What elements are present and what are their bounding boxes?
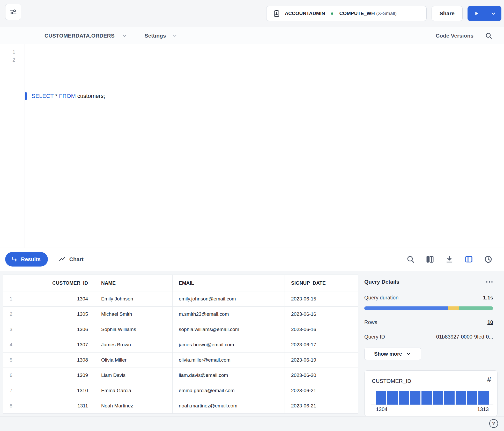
table-row[interactable]: 51308Olivia Millerolivia.miller@email.co…	[3, 353, 358, 368]
search-results-icon[interactable]	[406, 255, 415, 264]
column-header[interactable]: CUSTOMER_ID	[19, 275, 95, 291]
results-toolbar: Results Chart	[0, 248, 504, 271]
worksheet-config-button[interactable]	[5, 4, 21, 20]
table-cell[interactable]: Sophia Williams	[95, 322, 173, 337]
table-cell[interactable]: 2023-06-21	[285, 383, 358, 398]
table-row[interactable]: 81311Noah Martineznoah.martinez@email.co…	[3, 398, 358, 414]
table-cell[interactable]: 2023-06-19	[285, 353, 358, 368]
table-cell[interactable]: 2023-06-15	[285, 291, 358, 307]
table-cell[interactable]: 1307	[19, 337, 95, 353]
chart-line-icon	[59, 256, 65, 263]
table-row[interactable]: 71310Emma Garciaemma.garcia@email.com202…	[3, 383, 358, 398]
row-number-cell[interactable]: 4	[3, 337, 19, 353]
table-cell[interactable]: emily.johnson@email.com	[173, 291, 285, 307]
histogram-bar[interactable]	[410, 391, 420, 405]
table-row[interactable]: 61309Liam Davisliam.davis@email.com2023-…	[3, 368, 358, 383]
row-number-cell[interactable]: 2	[3, 307, 19, 322]
row-number-header	[3, 275, 19, 291]
table-cell[interactable]: m.smith23@email.com	[173, 307, 285, 322]
table-cell[interactable]: 1310	[19, 383, 95, 398]
table-cell[interactable]: 2023-06-16	[285, 307, 358, 322]
rows-count-link[interactable]: 10	[487, 319, 493, 325]
row-number-cell[interactable]: 7	[3, 383, 19, 398]
show-more-button[interactable]: Show more	[364, 348, 421, 360]
table-cell[interactable]: Olivia Miller	[95, 353, 173, 368]
histogram-bar[interactable]	[387, 391, 398, 405]
table-cell[interactable]: noah.martinez@email.com	[173, 398, 285, 414]
run-options-button[interactable]	[485, 6, 501, 21]
share-button[interactable]: Share	[432, 6, 463, 21]
help-button[interactable]: ?	[489, 419, 498, 428]
tab-results[interactable]: Results	[5, 252, 48, 267]
context-selector[interactable]: ACCOUNTADMIN COMPUTE_WH (X-Small)	[266, 6, 427, 21]
table-cell[interactable]: 1305	[19, 307, 95, 322]
results-area: CUSTOMER_ID NAME EMAIL SIGNUP_DATE 11304…	[0, 271, 504, 416]
query-duration-label: Query duration	[364, 295, 398, 301]
query-id-link[interactable]: 01b83927-0000-9fed-0...	[436, 334, 493, 340]
table-cell[interactable]: 1304	[19, 291, 95, 307]
table-row[interactable]: 31306Sophia Williamssophia.williams@emai…	[3, 322, 358, 337]
top-bar-right-cluster: ACCOUNTADMIN COMPUTE_WH (X-Small) Share	[266, 0, 501, 27]
code-versions-link[interactable]: Code Versions	[436, 33, 473, 39]
column-header[interactable]: SIGNUP_DATE	[285, 275, 358, 291]
histogram-bar[interactable]	[433, 391, 443, 405]
table-cell[interactable]: James Brown	[95, 337, 173, 353]
column-stats-card[interactable]: CUSTOMER_ID # 1304 1313	[364, 370, 498, 416]
table-cell[interactable]: Emily Johnson	[95, 291, 173, 307]
table-cell[interactable]: emma.garcia@email.com	[173, 383, 285, 398]
rows-row: Rows 10	[364, 319, 493, 325]
histogram-bar[interactable]	[421, 391, 432, 405]
split-panel-icon[interactable]	[464, 255, 473, 264]
table-cell[interactable]: Michael Smith	[95, 307, 173, 322]
histogram-bar[interactable]	[399, 391, 409, 405]
table-cell[interactable]: 1306	[19, 322, 95, 337]
table-cell[interactable]: james.brown@email.com	[173, 337, 285, 353]
query-duration-bar[interactable]	[364, 306, 493, 310]
column-header[interactable]: NAME	[95, 275, 173, 291]
sql-editor[interactable]: 1 2 SELECT * FROM customers;	[0, 44, 504, 248]
table-cell[interactable]: Noah Martinez	[95, 398, 173, 414]
row-number-cell[interactable]: 8	[3, 398, 19, 414]
row-number-cell[interactable]: 1	[3, 291, 19, 307]
histogram-bar[interactable]	[478, 391, 489, 405]
histogram-axis-labels: 1304 1313	[376, 406, 489, 412]
more-options-icon[interactable]	[486, 280, 493, 284]
table-cell[interactable]: 1308	[19, 353, 95, 368]
run-button[interactable]	[468, 6, 485, 21]
table-row[interactable]: 21305Michael Smithm.smith23@email.com202…	[3, 307, 358, 322]
histogram-bar[interactable]	[467, 391, 477, 405]
query-history-icon[interactable]	[484, 255, 493, 264]
run-button-group	[468, 6, 501, 21]
histogram-axis-line	[371, 405, 493, 405]
column-header[interactable]: EMAIL	[173, 275, 285, 291]
row-number-cell[interactable]: 5	[3, 353, 19, 368]
tab-chart[interactable]: Chart	[59, 256, 84, 263]
table-cell[interactable]: 1311	[19, 398, 95, 414]
histogram-bar[interactable]	[376, 391, 386, 405]
object-selector[interactable]: CUSTOMERDATA.ORDERS	[45, 33, 128, 39]
histogram-bar[interactable]	[444, 391, 455, 405]
row-number-cell[interactable]: 6	[3, 368, 19, 383]
histogram-bar[interactable]	[456, 391, 466, 405]
table-cell[interactable]: 2023-06-17	[285, 337, 358, 353]
table-cell[interactable]: olivia.miller@email.com	[173, 353, 285, 368]
table-cell[interactable]: Emma Garcia	[95, 383, 173, 398]
editor-search-icon[interactable]	[485, 32, 493, 40]
download-icon[interactable]	[445, 255, 454, 264]
sql-code-line[interactable]: SELECT * FROM customers;	[32, 92, 105, 100]
sql-keyword: SELECT	[32, 93, 54, 99]
settings-menu[interactable]: Settings	[145, 33, 177, 39]
table-cell[interactable]: liam.davis@email.com	[173, 368, 285, 383]
table-row[interactable]: 41307James Brownjames.brown@email.com202…	[3, 337, 358, 353]
table-row[interactable]: 11304Emily Johnsonemily.johnson@email.co…	[3, 291, 358, 307]
table-cell[interactable]: sophia.williams@email.com	[173, 322, 285, 337]
table-cell[interactable]: 2023-06-20	[285, 368, 358, 383]
table-cell[interactable]: 2023-06-21	[285, 398, 358, 414]
table-cell[interactable]: 2023-06-16	[285, 322, 358, 337]
settings-menu-label: Settings	[145, 33, 166, 39]
table-cell[interactable]: Liam Davis	[95, 368, 173, 383]
row-number-cell[interactable]: 3	[3, 322, 19, 337]
table-cell[interactable]: 1309	[19, 368, 95, 383]
chevron-down-icon	[491, 11, 496, 16]
columns-icon[interactable]	[426, 255, 434, 264]
